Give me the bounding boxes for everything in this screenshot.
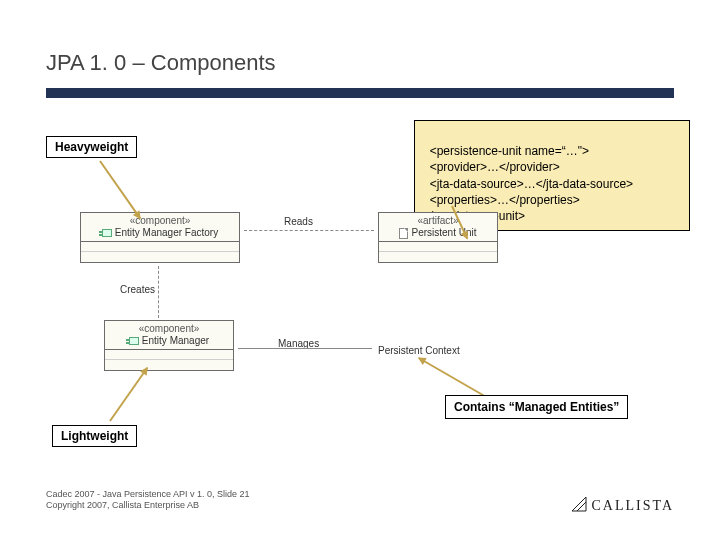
rel-reads: Reads	[284, 216, 313, 227]
arrow	[109, 367, 148, 421]
callista-logo: CALLISTA	[571, 496, 674, 514]
footer-line: Cadec 2007 - Java Persistence API v 1. 0…	[46, 489, 250, 499]
component-icon	[129, 337, 139, 345]
uml-entity-manager: «component» Entity Manager	[104, 320, 234, 371]
svg-line-1	[577, 502, 586, 511]
uml-persistent-unit: «artifact» Persistent Unit	[378, 212, 498, 263]
arrow	[418, 357, 488, 399]
uml-name: Entity Manager	[142, 335, 209, 346]
logo-icon	[571, 496, 587, 512]
connector	[158, 266, 159, 318]
slide-footer: Cadec 2007 - Java Persistence API v 1. 0…	[46, 489, 250, 512]
uml-stereotype: «component»	[85, 215, 235, 227]
title-rule	[46, 88, 674, 98]
connector	[244, 230, 374, 231]
callout-managed-entities: Contains “Managed Entities”	[445, 395, 628, 419]
footer-line: Copyright 2007, Callista Enterprise AB	[46, 500, 199, 510]
xml-line: <persistence-unit name=“…">	[430, 144, 589, 158]
uml-stereotype: «component»	[109, 323, 229, 335]
xml-line: <properties>…</properties>	[423, 193, 580, 207]
rel-creates: Creates	[120, 284, 155, 295]
arrow	[99, 160, 141, 218]
logo-text: CALLISTA	[591, 498, 674, 513]
artifact-icon	[399, 228, 408, 239]
uml-stereotype: «artifact»	[383, 215, 493, 227]
connector	[238, 348, 372, 349]
page-title: JPA 1. 0 – Components	[46, 50, 276, 76]
component-icon	[102, 229, 112, 237]
xml-line: <provider>…</provider>	[423, 160, 560, 174]
uml-name: Entity Manager Factory	[115, 227, 218, 238]
xml-line: <jta-data-source>…</jta-data-source>	[423, 177, 633, 191]
callout-lightweight: Lightweight	[52, 425, 137, 447]
uml-entity-manager-factory: «component» Entity Manager Factory	[80, 212, 240, 263]
callout-heavyweight: Heavyweight	[46, 136, 137, 158]
